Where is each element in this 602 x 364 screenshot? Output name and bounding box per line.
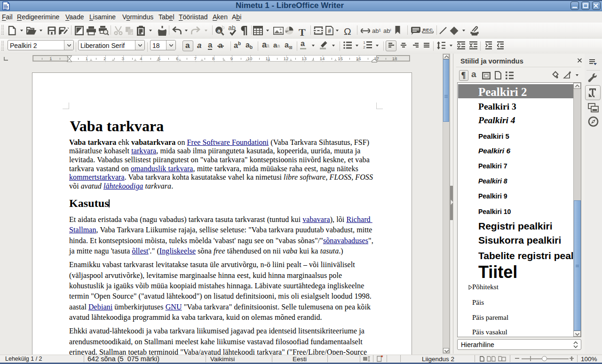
svg-text:b: b bbox=[222, 25, 224, 30]
svg-text:2: 2 bbox=[363, 45, 365, 49]
svg-text:REC: REC bbox=[423, 27, 433, 32]
svg-text:*: * bbox=[381, 356, 383, 361]
svg-text:#: # bbox=[328, 28, 331, 34]
svg-text:a: a bbox=[217, 28, 221, 33]
svg-text:1: 1 bbox=[363, 40, 365, 45]
